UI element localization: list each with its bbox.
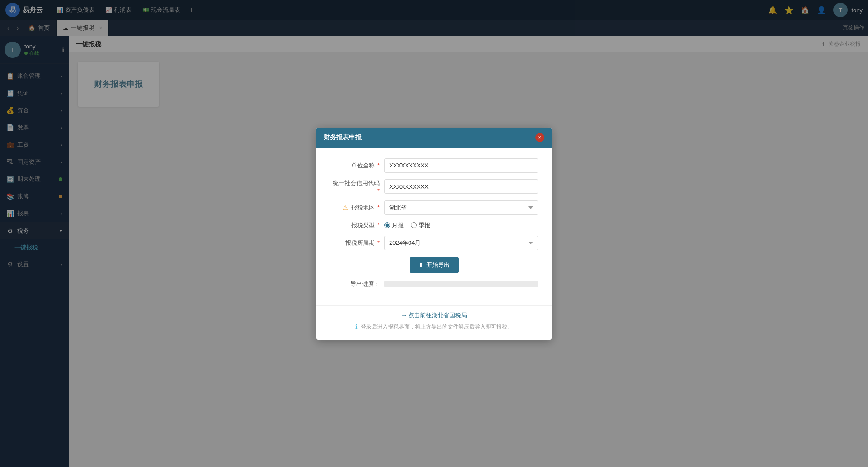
progress-row: 导出进度： <box>330 280 538 288</box>
export-button-row: ⬆ 开始导出 <box>330 257 538 273</box>
credit-code-label: 统一社会信用代码 * <box>330 179 384 194</box>
tax-type-required: * <box>377 222 380 229</box>
footer-hint-text: 登录后进入报税界面，将上方导出的文件解压后导入即可报税。 <box>361 324 513 330</box>
progress-bar-wrap <box>384 281 538 287</box>
dialog-close-button[interactable]: × <box>535 133 544 142</box>
footer-link-text: → 点击前往湖北省国税局 <box>401 311 467 319</box>
dialog-baobiao: 财务报表申报 × 单位全称 * 统一社会信用代码 * <box>316 128 552 340</box>
form-row-credit-code: 统一社会信用代码 * <box>330 179 538 194</box>
export-button-label: 开始导出 <box>426 261 450 269</box>
progress-label: 导出进度： <box>330 280 384 288</box>
radio-monthly[interactable]: 月报 <box>384 221 404 229</box>
radio-monthly-label: 月报 <box>392 221 404 229</box>
radio-monthly-input[interactable] <box>384 222 390 228</box>
tax-region-label: ⚠ 报税地区 * <box>330 204 384 212</box>
company-name-required: * <box>377 162 380 169</box>
dialog-body: 单位全称 * 统一社会信用代码 * ⚠ 报税地区 * <box>316 148 552 305</box>
tax-region-select[interactable]: 湖北省 北京市 上海市 广东省 <box>384 200 538 215</box>
tax-type-label: 报税类型 * <box>330 221 384 229</box>
form-row-tax-type: 报税类型 * 月报 季报 <box>330 221 538 229</box>
hint-icon: ℹ <box>355 324 358 330</box>
dialog-header: 财务报表申报 × <box>316 128 552 148</box>
company-name-input[interactable] <box>384 158 538 173</box>
export-button[interactable]: ⬆ 开始导出 <box>410 257 459 273</box>
credit-code-required: * <box>377 187 380 194</box>
dialog-footer: → 点击前往湖北省国税局 ℹ 登录后进入报税界面，将上方导出的文件解压后导入即可… <box>316 305 552 340</box>
form-row-company-name: 单位全称 * <box>330 158 538 173</box>
footer-hint: ℹ 登录后进入报税界面，将上方导出的文件解压后导入即可报税。 <box>330 323 538 331</box>
tax-period-select[interactable]: 2024年04月 2024年03月 2024年02月 2024年01月 <box>384 236 538 250</box>
tax-period-required: * <box>377 239 380 246</box>
form-row-tax-period: 报税所属期 * 2024年04月 2024年03月 2024年02月 2024年… <box>330 236 538 250</box>
credit-code-input[interactable] <box>384 179 538 194</box>
tax-type-radio-group: 月报 季报 <box>384 221 430 229</box>
form-row-tax-region: ⚠ 报税地区 * 湖北省 北京市 上海市 广东省 <box>330 200 538 215</box>
radio-quarterly[interactable]: 季报 <box>411 221 430 229</box>
tax-period-label: 报税所属期 * <box>330 239 384 247</box>
radio-quarterly-label: 季报 <box>419 221 430 229</box>
footer-link[interactable]: → 点击前往湖北省国税局 <box>330 311 538 319</box>
dialog-title: 财务报表申报 <box>324 133 535 142</box>
export-icon: ⬆ <box>419 262 424 268</box>
company-name-label: 单位全称 * <box>330 162 384 170</box>
tax-region-required: * <box>377 204 380 211</box>
warn-icon: ⚠ <box>343 204 348 211</box>
radio-quarterly-input[interactable] <box>411 222 417 228</box>
dialog-overlay: 财务报表申报 × 单位全称 * 统一社会信用代码 * <box>0 0 868 467</box>
